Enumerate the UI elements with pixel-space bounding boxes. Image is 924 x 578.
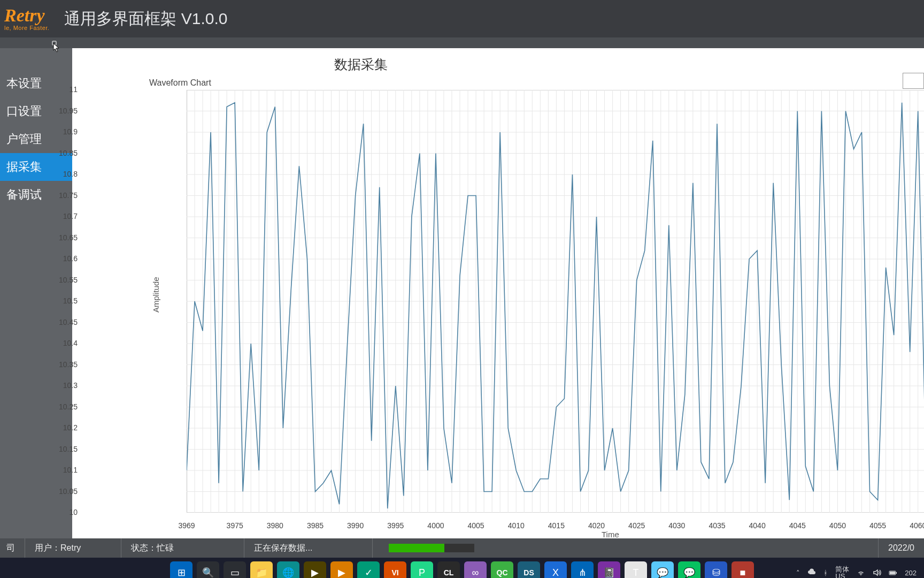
x-tick: 4025: [628, 521, 645, 530]
system-tray: ˄ ᚼ 简体US 202: [796, 566, 917, 578]
player-icon[interactable]: ▶: [330, 561, 353, 578]
tray-chevron-icon[interactable]: ˄: [796, 569, 800, 577]
db-icon[interactable]: ⛁: [705, 561, 727, 578]
pin-icon[interactable]: [51, 40, 58, 47]
explorer-icon[interactable]: 📁: [250, 561, 273, 578]
y-tick: 10.25: [51, 402, 78, 411]
x-tick: 4050: [829, 521, 846, 530]
logo: Retry le, More Faster.: [4, 6, 49, 31]
y-tick: 10.1: [51, 466, 78, 474]
y-tick: 10.2: [51, 423, 78, 432]
y-tick: 10.15: [51, 445, 78, 453]
search-icon[interactable]: 🔍: [197, 561, 219, 578]
legend[interactable]: [903, 73, 924, 89]
edge-icon[interactable]: 🌐: [277, 561, 299, 578]
taskview-icon[interactable]: ▭: [224, 561, 246, 578]
y-tick: 10.65: [51, 233, 78, 242]
y-tick: 10.9: [51, 127, 78, 136]
titlebar: Retry le, More Faster. 通用多界面框架 V1.0.0: [0, 0, 924, 37]
xcode-icon[interactable]: X: [544, 561, 567, 578]
volume-icon[interactable]: [873, 568, 881, 577]
wechat-icon[interactable]: 💬: [678, 561, 700, 578]
start-icon[interactable]: ⊞: [170, 561, 192, 578]
text-icon[interactable]: T: [625, 561, 647, 578]
status-left: 司: [0, 538, 25, 558]
y-tick: 10.35: [51, 360, 78, 369]
app-title: 通用多界面框架 V1.0.0: [64, 8, 227, 30]
x-tick: 3980: [267, 521, 283, 530]
x-tick: 3969: [178, 521, 195, 530]
pycharm-icon[interactable]: P: [411, 561, 433, 578]
svg-rect-165: [896, 572, 897, 574]
y-tick: 10.55: [51, 276, 78, 284]
waveform-chart[interactable]: [187, 90, 924, 513]
status-right: 2022/0: [878, 538, 924, 558]
y-tick: 10.5: [51, 296, 78, 305]
y-tick: 10.6: [51, 254, 78, 263]
cloud-icon[interactable]: [807, 568, 816, 577]
x-tick: 4060: [910, 521, 924, 530]
x-tick: 3990: [347, 521, 364, 530]
clock[interactable]: 202: [905, 569, 917, 577]
svg-rect-0: [52, 41, 56, 45]
axis-label-x: Time: [602, 530, 619, 539]
labview-icon[interactable]: ▶: [304, 561, 326, 578]
y-tick: 11: [51, 85, 78, 94]
sidebar: 本设置 口设置 户管理 据采集 备调试: [0, 48, 72, 538]
x-tick: 3995: [387, 521, 404, 530]
app-icon[interactable]: ■: [732, 561, 754, 578]
status-message: 正在保存数据...: [244, 538, 372, 558]
x-tick: 4040: [749, 521, 766, 530]
status-bar: 司 用户： Retry 状态： 忙碌 正在保存数据... 2022/0: [0, 538, 924, 558]
status-progress: [372, 538, 511, 558]
svg-rect-164: [890, 572, 895, 574]
vi-icon[interactable]: VI: [384, 561, 406, 578]
y-tick: 10.95: [51, 107, 78, 115]
x-tick: 4000: [427, 521, 444, 530]
x-tick: 4055: [869, 521, 886, 530]
y-tick: 10.7: [51, 212, 78, 220]
main-panel: 数据采集 Waveform Chart Amplitude Time 1010.…: [72, 48, 924, 538]
veristand-icon[interactable]: ✓: [357, 561, 380, 578]
progress-fill: [389, 544, 444, 552]
x-tick: 4020: [588, 521, 605, 530]
x-tick: 3985: [307, 521, 324, 530]
y-tick: 10.4: [51, 339, 78, 347]
y-tick: 10: [51, 508, 78, 516]
y-tick: 10.05: [51, 487, 78, 496]
ds-icon[interactable]: DS: [518, 561, 540, 578]
onenote-icon[interactable]: 📓: [598, 561, 620, 578]
ime-indicator[interactable]: 简体US: [835, 566, 849, 578]
vs-icon[interactable]: ∞: [464, 561, 487, 578]
x-tick: 3975: [227, 521, 243, 530]
y-tick: 10.8: [51, 170, 78, 178]
vscode-icon[interactable]: ⋔: [571, 561, 594, 578]
status-user: 用户： Retry: [25, 538, 121, 558]
battery-icon[interactable]: [889, 568, 897, 577]
y-tick: 10.3: [51, 381, 78, 390]
y-tick: 10.85: [51, 149, 78, 157]
wifi-icon[interactable]: [857, 568, 865, 577]
x-tick: 4015: [548, 521, 565, 530]
taskbar-apps: ⊞🔍▭📁🌐▶▶✓VIPCL∞QCDSX⋔📓T💬💬⛁■: [170, 561, 754, 578]
qc-icon[interactable]: QC: [491, 561, 513, 578]
y-tick: 10.75: [51, 191, 78, 200]
x-tick: 4010: [508, 521, 525, 530]
bluetooth-icon[interactable]: ᚼ: [823, 569, 828, 577]
chart-label: Waveform Chart: [149, 78, 211, 88]
x-tick: 4045: [789, 521, 806, 530]
x-tick: 4035: [709, 521, 725, 530]
clion-icon[interactable]: CL: [437, 561, 460, 578]
chat-icon[interactable]: 💬: [651, 561, 674, 578]
status-state: 状态： 忙碌: [121, 538, 244, 558]
logo-text: Retry: [4, 6, 49, 25]
taskbar: ⊞🔍▭📁🌐▶▶✓VIPCL∞QCDSX⋔📓T💬💬⛁■ ˄ ᚼ 简体US 202: [0, 558, 924, 578]
toolbar-strip: [0, 37, 924, 48]
y-tick: 10.45: [51, 318, 78, 326]
axis-label-y: Amplitude: [151, 277, 160, 313]
logo-tagline: le, More Faster.: [4, 25, 49, 31]
x-tick: 4005: [468, 521, 484, 530]
x-tick: 4030: [668, 521, 685, 530]
page-title: 数据采集: [334, 56, 388, 73]
